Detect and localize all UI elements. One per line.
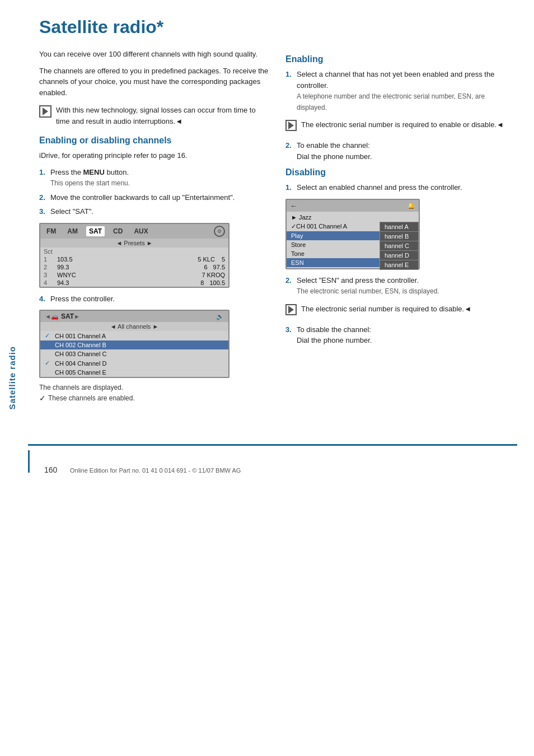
screen-row-4: 4 94.3 8 100.5 <box>40 279 228 287</box>
dis-step-num-2: 2. <box>285 275 293 297</box>
ch-name-4: CH 004 Channel D <box>55 360 106 367</box>
legend-1: The channels are displayed. <box>39 384 269 391</box>
channel-menu-area: ✓ CH 001 Channel A Play Store Tone <box>287 222 419 267</box>
note-text-1: With this new technology, signal losses … <box>56 105 269 127</box>
sat-tab-active: SAT <box>86 226 105 236</box>
row4-suffix: 100.5 <box>209 279 225 286</box>
step-num-3: 3. <box>39 206 47 217</box>
row2-num: 2 <box>44 264 51 270</box>
disabling-note-triangle <box>288 306 294 314</box>
aux-tab: AUX <box>131 226 151 236</box>
screen-row-1: 1 103.5 5 KLC 5 <box>40 255 228 263</box>
footer-line <box>28 450 30 473</box>
step-text-3: Select "SAT". <box>50 206 269 217</box>
sat-channel-screen: ◄ 🚗 SAT ► 🔉 ◄ All channels ► ✓ CH 001 Ch… <box>39 310 229 378</box>
en-step-sub-2: Dial the phone number. <box>297 152 372 161</box>
r-ch-4-name: Tone <box>291 250 305 257</box>
ch-item-3: CH 003 Channel C <box>40 349 228 358</box>
row4-num: 4 <box>44 279 51 286</box>
disabling-step-2: 2. Select "ESN" and press the controller… <box>285 275 515 297</box>
left-step-4: 4. Press the controller. <box>39 293 269 305</box>
right-screen: ← 🔔 ► Jazz ✓ CH 001 Channel A <box>285 199 420 269</box>
ctx-ch-c: hannel C <box>380 241 418 251</box>
right-screen-body: ► Jazz ✓ CH 001 Channel A Play <box>287 212 419 268</box>
footer: 160 Online Edition for Part no. 01 41 0 … <box>28 444 517 474</box>
idrive-ref: iDrive, for operating principle refer to… <box>39 150 269 161</box>
ch-item-5: CH 005 Channel E <box>40 368 228 377</box>
ctx-ch-d: hannel D <box>380 251 418 260</box>
ch-item-1: ✓ CH 001 Channel A <box>40 331 228 340</box>
ch-header-left: ◄ <box>45 313 51 320</box>
left-section-heading: Enabling or disabling channels <box>39 136 269 146</box>
ch-check-4: ✓ <box>45 360 53 367</box>
dis-step-num-1: 1. <box>285 182 293 193</box>
disabling-steps-2: 2. Select "ESN" and press the controller… <box>285 275 515 297</box>
ch-name-1: CH 001 Channel A <box>55 333 106 339</box>
row1-num: 1 <box>44 256 51 263</box>
enabling-steps-2: 2. To enable the channel: Dial the phone… <box>285 140 515 162</box>
step-text-1: Press the MENU button. This opens the st… <box>50 167 269 189</box>
back-arrow: ← <box>290 202 297 210</box>
sidebar-label: Satellite radio <box>7 346 17 409</box>
left-column: You can receive over 100 different chann… <box>39 49 269 405</box>
screen-knob: ⚙ <box>214 226 225 237</box>
note-icon-1 <box>39 105 51 118</box>
ch-header-title: SAT <box>61 312 74 320</box>
context-menu: hannel A hannel B hannel C hannel D hann… <box>380 222 419 270</box>
dis-step-text-1: Select an enabled channel and press the … <box>297 182 515 193</box>
dis-step-sub-2: The electronic serial number, ESN, is di… <box>297 287 439 295</box>
r-ch-3-name: Store <box>291 241 306 248</box>
row2-freq: 99.3 <box>57 264 129 270</box>
right-column: Enabling 1. Select a channel that has no… <box>285 49 515 405</box>
disabling-steps: 1. Select an enabled channel and press t… <box>285 182 515 193</box>
step-num-4: 4. <box>39 293 47 305</box>
ch-name-5: CH 005 Channel E <box>55 369 106 376</box>
left-step-3: 3. Select "SAT". <box>39 206 269 217</box>
step-num-1: 1. <box>39 167 47 189</box>
disabling-note-text: The electronic serial number is required… <box>301 304 471 315</box>
left-steps-list-2: 4. Press the controller. <box>39 293 269 305</box>
left-step-2: 2. Move the controller backwards to call… <box>39 192 269 203</box>
ch-car-icon: 🚗 <box>51 313 59 320</box>
step-num-2: 2. <box>39 192 47 203</box>
disabling-note-box: The electronic serial number is required… <box>285 304 515 315</box>
header-bell: 🔔 <box>407 202 415 209</box>
fm-tab: FM <box>44 226 59 236</box>
note-box-1: With this new technology, signal losses … <box>39 105 269 127</box>
am-tab: AM <box>64 226 81 236</box>
row1-freq: 103.5 <box>57 256 133 263</box>
ch-item-2: CH 002 Channel B <box>40 340 228 349</box>
en-step-sub-1: A telephone number and the electronic se… <box>297 92 485 111</box>
enabling-heading: Enabling <box>285 54 515 64</box>
ch-name-2: CH 002 Channel B <box>55 342 106 348</box>
main-content: Satellite radio* You can receive over 10… <box>28 0 532 422</box>
ctx-ch-e: hannel E <box>380 260 418 269</box>
intro-text-2: The channels are offered to you in prede… <box>39 66 269 99</box>
row1-name: 5 KLC <box>139 256 215 263</box>
footer-text: Online Edition for Part no. 01 41 0 014 … <box>70 467 241 474</box>
screen-row-3: 3 WNYC 7 KROQ <box>40 271 228 279</box>
footer-page: 160 <box>44 465 61 474</box>
row4-name: 8 <box>133 279 204 286</box>
screen-row-label: Sct <box>40 248 228 255</box>
row3-name: 7 KROQ <box>144 272 225 278</box>
ch-name-3: CH 003 Channel C <box>55 351 106 357</box>
sat-ch-sub: ◄ All channels ► <box>40 322 228 331</box>
page-title: Satellite radio* <box>39 17 515 38</box>
row2-suffix: 97.5 <box>213 264 225 270</box>
r-ch-1-check: ✓ <box>291 223 296 230</box>
legend-2-text: These channels are enabled. <box>48 394 135 402</box>
row3-freq: WNYC <box>57 272 138 278</box>
disabling-note-icon <box>285 304 297 315</box>
ctx-ch-a: hannel A <box>380 222 418 232</box>
disabling-steps-3: 3. To disable the channel: Dial the phon… <box>285 324 515 346</box>
ch-header-right: ► <box>74 313 80 320</box>
disabling-step-1: 1. Select an enabled channel and press t… <box>285 182 515 193</box>
en-step-text-1: Select a channel that has not yet been e… <box>297 69 515 113</box>
sct-label: Sct <box>44 248 53 255</box>
ch-check-1: ✓ <box>45 332 53 339</box>
row3-num: 3 <box>44 272 51 278</box>
r-ch-esn-name: ESN <box>291 259 304 266</box>
legend-check: ✓ <box>39 394 46 403</box>
dis-step-sub-3: Dial the phone number. <box>297 336 372 344</box>
